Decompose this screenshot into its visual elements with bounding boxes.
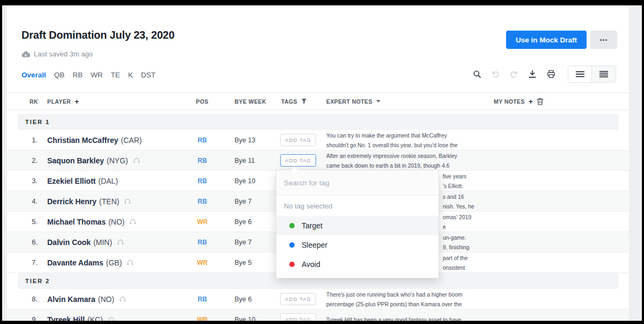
- add-tag-button[interactable]: ADD TAG: [280, 293, 316, 305]
- headphones-icon[interactable]: [117, 239, 124, 246]
- use-in-mock-draft-button[interactable]: Use in Mock Draft: [506, 31, 587, 49]
- expert-note[interactable]: Tyreek Hill has been a very good fantasy…: [326, 315, 477, 321]
- player-team: (NYG): [107, 156, 128, 165]
- tag-option-avoid[interactable]: Avoid: [276, 255, 438, 274]
- player-name[interactable]: Derrick Henry: [47, 197, 97, 206]
- player-rank: 1.: [7, 136, 38, 144]
- add-tag-button-active[interactable]: ADD TAG: [280, 154, 316, 167]
- bye-week: Bye 6: [235, 296, 252, 303]
- player-rank: 2.: [7, 156, 38, 164]
- target-dot-icon: [289, 223, 295, 228]
- expert-note[interactable]: There's just one running back who's had …: [326, 290, 477, 309]
- position-badge: RB: [192, 296, 213, 303]
- headphones-icon[interactable]: [127, 260, 134, 266]
- player-name[interactable]: Michael Thomas: [47, 218, 106, 226]
- player-rank: 3.: [7, 177, 38, 185]
- table-toolbar: [472, 66, 616, 83]
- tab-te[interactable]: TE: [111, 71, 120, 79]
- tag-search-input[interactable]: [276, 179, 438, 187]
- avoid-dot-icon: [289, 262, 295, 267]
- table-row: 1. Christian McCaffrey (CAR) RB Bye 13 A…: [7, 130, 629, 150]
- tag-option-target[interactable]: Target: [276, 216, 438, 235]
- headphones-icon[interactable]: [108, 316, 115, 321]
- tab-qb[interactable]: QB: [54, 71, 65, 79]
- chevron-down-icon[interactable]: [376, 100, 380, 103]
- sleeper-dot-icon: [289, 242, 295, 248]
- column-tags: TAGS: [281, 98, 297, 105]
- headphones-icon[interactable]: [129, 219, 136, 225]
- position-tabs: Overall QB RB WR TE K DST: [21, 71, 156, 79]
- tab-overall[interactable]: Overall: [21, 71, 46, 79]
- search-icon[interactable]: [472, 69, 482, 80]
- player-cell: Christian McCaffrey (CAR): [47, 136, 142, 145]
- player-rank: 6.: [7, 238, 38, 246]
- bye-week: Bye 10: [235, 177, 255, 185]
- view-compact-icon[interactable]: [592, 66, 616, 82]
- print-icon[interactable]: [546, 69, 557, 80]
- player-team: (NO): [108, 218, 125, 226]
- player-team: (NO): [98, 295, 114, 304]
- player-rank: 7.: [7, 258, 38, 267]
- expert-note[interactable]: You can try to make the argument that Mc…: [326, 131, 477, 150]
- add-tag-button[interactable]: ADD TAG: [280, 134, 316, 146]
- bye-week: Bye 7: [235, 198, 252, 205]
- tag-dropdown: No tag selected Target Sleeper Avoid: [276, 170, 439, 278]
- position-badge: WR: [192, 316, 213, 321]
- player-team: (GB): [106, 258, 122, 267]
- player-cell: Derrick Henry (TEN): [47, 197, 131, 206]
- player-name[interactable]: Davante Adams: [47, 258, 104, 267]
- more-options-button[interactable]: •••: [590, 31, 617, 49]
- position-badge: RB: [192, 136, 213, 144]
- download-icon[interactable]: [527, 69, 538, 80]
- player-name[interactable]: Tyreek Hill: [47, 315, 85, 321]
- column-expert-notes: EXPERT NOTES: [326, 98, 372, 105]
- expert-note[interactable]: After an extremely impressive rookie sea…: [326, 151, 477, 170]
- player-rank: 8.: [7, 295, 38, 303]
- tab-dst[interactable]: DST: [141, 71, 156, 79]
- view-density-toggle: [568, 66, 616, 83]
- player-team: (DAL): [98, 177, 118, 185]
- player-cell: Saquon Barkley (NYG): [47, 156, 140, 165]
- position-badge: WR: [192, 259, 213, 267]
- position-badge: RB: [192, 177, 213, 185]
- last-saved-status: Last saved 3m ago: [21, 50, 93, 58]
- filter-icon[interactable]: [301, 98, 307, 104]
- page-title: Draft Domination July 23, 2020: [21, 29, 174, 41]
- headphones-icon[interactable]: [119, 296, 126, 303]
- tab-k[interactable]: K: [128, 71, 133, 79]
- position-badge: RB: [192, 198, 213, 205]
- tab-rb[interactable]: RB: [72, 71, 83, 79]
- player-team: (KC): [87, 315, 103, 321]
- undo-icon[interactable]: [491, 69, 501, 80]
- column-rk: RK: [30, 93, 38, 110]
- column-player: PLAYER: [47, 98, 71, 105]
- player-team: (CAR): [121, 136, 142, 145]
- column-my-notes: MY NOTES: [494, 98, 525, 105]
- no-tag-selected-label: No tag selected: [276, 196, 438, 216]
- headphones-icon[interactable]: [133, 157, 140, 164]
- player-rank: 5.: [7, 218, 38, 226]
- player-name[interactable]: Dalvin Cook: [47, 238, 91, 247]
- add-note-icon[interactable]: +: [529, 98, 533, 105]
- tab-wr[interactable]: WR: [91, 71, 103, 79]
- redo-icon[interactable]: [509, 69, 519, 80]
- player-cell: Alvin Kamara (NO): [47, 295, 126, 304]
- tier-header: TIER 1: [18, 114, 618, 130]
- add-player-icon[interactable]: +: [75, 98, 79, 105]
- player-name[interactable]: Alvin Kamara: [47, 295, 95, 304]
- player-name[interactable]: Ezekiel Elliott: [47, 177, 96, 185]
- player-team: (MIN): [93, 238, 112, 247]
- view-comfortable-icon[interactable]: [568, 66, 592, 82]
- player-cell: Tyreek Hill (KC): [47, 315, 115, 321]
- player-name[interactable]: Saquon Barkley: [47, 156, 104, 165]
- add-tag-button[interactable]: ADD TAG: [280, 313, 316, 321]
- position-badge: RB: [192, 157, 213, 164]
- player-name[interactable]: Christian McCaffrey: [47, 136, 118, 145]
- tag-option-sleeper[interactable]: Sleeper: [276, 235, 438, 255]
- headphones-icon[interactable]: [124, 198, 131, 205]
- trash-icon[interactable]: [537, 98, 544, 105]
- bye-week: Bye 5: [235, 259, 252, 267]
- player-cell: Ezekiel Elliott (DAL): [47, 177, 118, 185]
- bye-week: Bye 10: [235, 316, 255, 321]
- player-team: (TEN): [99, 197, 119, 206]
